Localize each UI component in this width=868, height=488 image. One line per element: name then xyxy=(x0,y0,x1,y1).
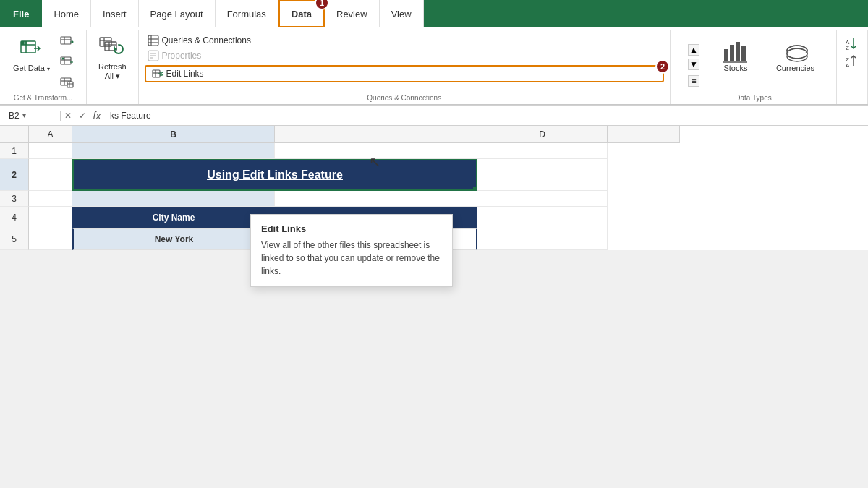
tab-review[interactable]: Review xyxy=(325,0,380,27)
tab-formulas[interactable]: Formulas xyxy=(216,0,278,27)
get-transform-label: Get & Transform... xyxy=(11,93,76,104)
cell-b3[interactable] xyxy=(72,191,275,207)
cell-a1[interactable] xyxy=(29,143,72,159)
scroll-down-button[interactable]: ▼ xyxy=(688,59,699,70)
svg-rect-44 xyxy=(787,51,807,53)
queries-connections-label: Queries & Connections xyxy=(162,35,251,46)
col-header-e[interactable] xyxy=(608,126,680,143)
new-york-text: New York xyxy=(155,234,194,244)
cell-reference-box[interactable]: B2 ▾ xyxy=(3,111,61,121)
queries-connections-icon xyxy=(148,35,159,46)
small-icon-1[interactable] xyxy=(57,33,77,52)
refresh-all-icon xyxy=(99,35,125,61)
stocks-icon xyxy=(721,36,750,64)
formula-bar-fx: fx xyxy=(90,110,104,121)
scroll-reset-button[interactable]: ≡ xyxy=(688,75,699,87)
refresh-all-group: RefreshAll ▾ xyxy=(87,30,139,104)
table-row: 1 xyxy=(0,143,868,159)
formula-bar-separator: ✕ xyxy=(61,111,75,121)
currencies-button[interactable]: Currencies xyxy=(770,33,820,76)
small-icon-2[interactable] xyxy=(57,53,77,72)
row-num-3: 3 xyxy=(0,191,29,207)
formula-input[interactable]: ks Feature xyxy=(104,111,865,121)
edit-links-icon xyxy=(152,68,163,80)
cell-b2[interactable]: Using Edit Links Feature xyxy=(72,159,477,191)
cell-a3[interactable] xyxy=(29,191,72,207)
cell-a4[interactable] xyxy=(29,207,72,228)
small-icon-3[interactable] xyxy=(57,74,77,93)
formula-bar: B2 ▾ ✕ ✓ fx ks Feature xyxy=(0,106,868,126)
get-data-button[interactable]: Get Data ▾ xyxy=(9,33,54,76)
tooltip-title: Edit Links xyxy=(261,223,442,234)
tab-view[interactable]: View xyxy=(380,0,424,27)
get-data-icon xyxy=(19,36,45,62)
edit-links-button[interactable]: Edit Links 2 xyxy=(145,65,664,82)
queries-connections-button[interactable]: Queries & Connections xyxy=(145,33,664,48)
tab-insert[interactable]: Insert xyxy=(91,0,139,27)
cell-d4[interactable] xyxy=(477,207,608,228)
cell-a2[interactable] xyxy=(29,159,72,191)
formula-value: ks Feature xyxy=(110,111,151,121)
tab-page-layout[interactable]: Page Layout xyxy=(139,0,216,27)
get-transform-group: Get Data ▾ xyxy=(0,30,87,104)
svg-point-11 xyxy=(62,58,64,60)
svg-rect-24 xyxy=(148,35,158,46)
properties-button[interactable]: Properties xyxy=(145,48,664,63)
cell-c1[interactable] xyxy=(275,143,477,159)
row-num-1: 1 xyxy=(0,143,29,159)
queries-connections-group-label: Queries & Connections xyxy=(145,93,664,104)
column-headers-row: A B D xyxy=(0,126,868,143)
edit-links-label: Edit Links xyxy=(166,69,204,79)
cell-b1[interactable] xyxy=(72,143,275,159)
sort-az-button[interactable]: A Z xyxy=(843,36,861,52)
cell-b4[interactable]: City Name xyxy=(72,207,275,228)
column-headers: A B D xyxy=(29,126,680,143)
svg-rect-37 xyxy=(730,45,734,61)
row-num-5: 5 xyxy=(0,228,29,250)
svg-rect-3 xyxy=(24,41,27,45)
tab-file[interactable]: File xyxy=(0,0,42,27)
qc-items: Queries & Connections Properties xyxy=(145,33,664,82)
cell-ref-dropdown[interactable]: ▾ xyxy=(22,111,26,119)
sort-za-button[interactable]: Z A xyxy=(843,53,861,69)
svg-rect-39 xyxy=(741,46,746,61)
tab-data[interactable]: Data 1 xyxy=(278,0,325,27)
ribbon: File Home Insert Page Layout Formulas Da… xyxy=(0,0,868,106)
edit-links-tooltip: Edit Links View all of the other files t… xyxy=(250,214,453,250)
refresh-all-button[interactable]: RefreshAll ▾ xyxy=(94,33,131,82)
cell-d2[interactable] xyxy=(477,159,608,191)
refresh-all-label: RefreshAll ▾ xyxy=(98,62,127,81)
cell-a5[interactable] xyxy=(29,228,72,250)
scroll-up-button[interactable]: ▲ xyxy=(688,44,699,56)
corner-cell xyxy=(0,126,29,143)
cell-ref-value: B2 xyxy=(9,111,20,121)
tooltip-description: View all of the other files this spreads… xyxy=(261,239,442,250)
col-header-a[interactable]: A xyxy=(29,126,72,143)
cell-b5[interactable]: New York xyxy=(72,228,275,250)
row-num-2: 2 xyxy=(0,159,29,191)
cell-c3[interactable] xyxy=(275,191,477,207)
sort-group: A Z Z A xyxy=(837,30,868,104)
tab-data-label: Data xyxy=(292,9,312,20)
cell-d3[interactable] xyxy=(477,191,608,207)
data-types-group-label: Data Types xyxy=(676,93,830,104)
svg-rect-36 xyxy=(724,49,728,61)
cell-d1[interactable] xyxy=(477,143,608,159)
svg-rect-15 xyxy=(67,82,73,87)
cell-d5[interactable] xyxy=(477,228,608,250)
svg-rect-5 xyxy=(61,37,71,44)
col-header-c[interactable] xyxy=(275,126,477,143)
scroll-arrows: ▲ ▼ ≡ xyxy=(686,33,701,87)
formula-bar-check: ✓ xyxy=(75,111,90,121)
currencies-label: Currencies xyxy=(776,64,814,73)
table-row: 2 Using Edit Links Feature xyxy=(0,159,868,191)
stocks-label: Stocks xyxy=(723,64,747,73)
currencies-icon xyxy=(781,36,810,64)
tab-home[interactable]: Home xyxy=(42,0,91,27)
data-types-group: ▲ ▼ ≡ xyxy=(671,30,837,104)
stocks-button[interactable]: Stocks xyxy=(715,33,756,76)
city-name-header: City Name xyxy=(153,213,195,223)
col-header-d[interactable]: D xyxy=(477,126,608,143)
small-icons-col xyxy=(57,33,77,93)
col-header-b[interactable]: B xyxy=(72,126,275,143)
